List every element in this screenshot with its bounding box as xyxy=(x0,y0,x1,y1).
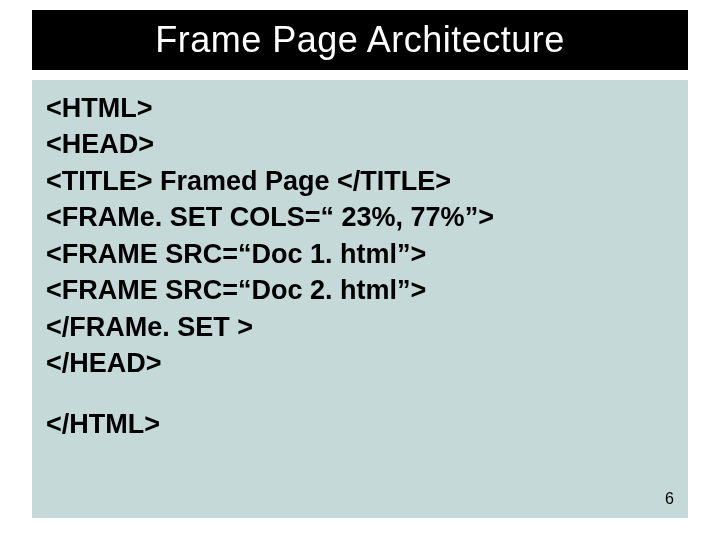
code-line: </HEAD> xyxy=(46,345,674,381)
code-line: </HTML> xyxy=(46,406,674,442)
code-line: <FRAMe. SET COLS=“ 23%, 77%”> xyxy=(46,199,674,235)
code-block: <HTML> <HEAD> <TITLE> Framed Page </TITL… xyxy=(32,80,688,518)
code-line: <TITLE> Framed Page </TITLE> xyxy=(46,163,674,199)
page-number: 6 xyxy=(665,490,674,508)
code-line: <FRAME SRC=“Doc 1. html”> xyxy=(46,236,674,272)
code-line: <HTML> xyxy=(46,90,674,126)
code-line: <HEAD> xyxy=(46,126,674,162)
page-title: Frame Page Architecture xyxy=(155,19,565,61)
title-bar: Frame Page Architecture xyxy=(32,10,688,70)
code-line: <FRAME SRC=“Doc 2. html”> xyxy=(46,272,674,308)
blank-gap xyxy=(46,382,674,406)
code-line: </FRAMe. SET > xyxy=(46,309,674,345)
